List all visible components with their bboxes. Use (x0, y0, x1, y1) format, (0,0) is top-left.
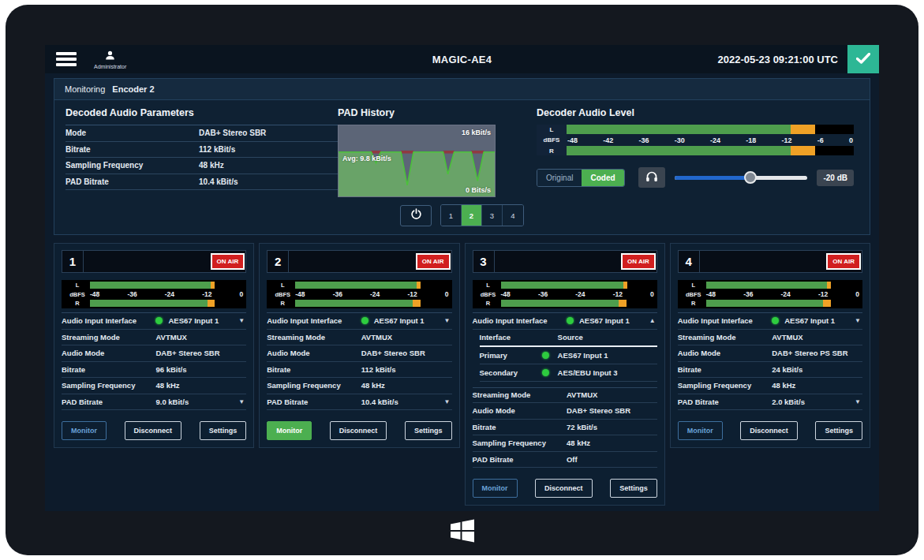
volume-control: -20 dB (638, 167, 854, 188)
monitor-button[interactable]: Monitor (473, 479, 518, 498)
encoder-card-2: 2 ON AIR L dBFS -48-36-24-120 R Audio In… (259, 243, 459, 448)
disconnect-button[interactable]: Disconnect (125, 421, 182, 440)
level-meter: L dBFS -48-36-24-120 R (62, 280, 246, 308)
breadcrumb-section[interactable]: Monitoring (65, 84, 105, 94)
chevron-down-icon: ▼ (444, 317, 452, 324)
on-air-badge: ON AIR (826, 253, 861, 270)
level-meter: L dBFS -48-36-24-120 R (473, 280, 657, 308)
encoder-pagination: 1 2 3 4 (65, 204, 859, 228)
audio-input-dropdown[interactable]: Audio Input Interface AES67 Input 1▼ (267, 313, 451, 330)
settings-button[interactable]: Settings (200, 421, 247, 440)
disconnect-button[interactable]: Disconnect (330, 421, 387, 440)
input-interface-subtable: Interface Source Primary AES67 Input 1 S… (473, 330, 657, 382)
audio-input-dropdown[interactable]: Audio Input Interface AES67 Input 1▲ (473, 313, 657, 330)
on-air-badge: ON AIR (621, 253, 656, 270)
disconnect-button[interactable]: Disconnect (740, 421, 798, 440)
settings-button[interactable]: Settings (610, 479, 657, 498)
param-row: Audio ModeDAB+ Stereo SBR (62, 345, 246, 362)
level-meter: L dBFS -48-36-24-120 R (267, 280, 451, 308)
decoder-audio-level-section: Decoder Audio Level L dBFS (537, 107, 859, 197)
chevron-down-icon: ▼ (444, 398, 452, 405)
section-title: PAD History (338, 107, 537, 118)
headphones-button[interactable] (638, 167, 665, 188)
volume-slider[interactable] (675, 176, 807, 180)
page-button-3[interactable]: 3 (482, 205, 503, 226)
original-toggle-button[interactable]: Original (537, 170, 582, 186)
coded-toggle-button[interactable]: Coded (582, 170, 623, 186)
param-row: Bitrate96 kBit/s (62, 362, 246, 379)
param-row: Streaming ModeAVTMUX (62, 330, 246, 346)
encoder-number: 3 (473, 251, 495, 272)
param-row: Bitrate72 kBit/s (473, 420, 657, 436)
chart-min-label: 0 Bits/s (466, 186, 491, 194)
user-label: Administrator (94, 64, 126, 69)
level-bar-right (567, 146, 854, 155)
param-row: Bitrate112 kBit/s (267, 362, 451, 379)
app-screen: Administrator MAGIC-AE4 2022-05-23 09:21… (45, 45, 879, 511)
card-header: 2 ON AIR (267, 250, 451, 273)
param-row: Sampling Frequency48 kHz (473, 435, 657, 452)
param-row: Sampling Frequency48 kHz (678, 378, 862, 394)
confirm-button[interactable] (847, 45, 879, 73)
on-air-badge: ON AIR (211, 253, 245, 270)
section-title: Decoder Audio Level (537, 107, 859, 118)
volume-level-label: -20 dB (817, 170, 854, 186)
decoder-level-meter: L dBFS -48-42 -36-30 (537, 125, 854, 155)
param-row: Audio ModeDAB+ Stereo PS SBR (678, 345, 862, 362)
pad-bitrate-dropdown[interactable]: PAD Bitrate10.4 kBit/s▼ (267, 394, 451, 411)
encoder-card-4: 4 ON AIR L dBFS -48-36-24-120 R Audio In… (670, 243, 870, 448)
headphones-icon (645, 170, 658, 185)
audio-input-dropdown[interactable]: Audio Input Interface AES67 Input 1▼ (678, 313, 862, 330)
section-title: Decoded Audio Parameters (65, 107, 338, 118)
card-header: 3 ON AIR (473, 250, 657, 273)
encoder-card-1: 1 ON AIR L dBFS -48-36-24-120 R Audio In… (54, 243, 254, 448)
encoder-cards: 1 ON AIR L dBFS -48-36-24-120 R Audio In… (54, 243, 870, 506)
decoded-audio-parameters: Decoded Audio Parameters Mode DAB+ Stere… (65, 107, 338, 197)
power-button[interactable] (400, 205, 432, 226)
monitor-button[interactable]: Monitor (678, 421, 723, 440)
param-row: Sampling Frequency48 kHz (62, 378, 246, 394)
monitor-button[interactable]: Monitor (62, 421, 107, 440)
user-menu[interactable]: Administrator (94, 49, 126, 69)
card-header: 4 ON AIR (678, 250, 862, 273)
pad-bitrate-dropdown[interactable]: PAD Bitrate9.0 kBit/s▼ (62, 394, 246, 411)
chart-avg-label: Avg: 9.8 kBit/s (342, 155, 391, 162)
disconnect-button[interactable]: Disconnect (535, 479, 593, 498)
page-button-4[interactable]: 4 (503, 205, 523, 226)
param-row: Streaming ModeAVTMUX (267, 330, 451, 346)
volume-slider-thumb[interactable] (744, 171, 757, 184)
menu-icon[interactable] (56, 52, 77, 66)
breadcrumb-current: Encoder 2 (112, 84, 154, 94)
chart-max-label: 16 kBit/s (462, 129, 491, 136)
param-row: Streaming ModeAVTMUX (473, 387, 657, 404)
status-dot (542, 369, 549, 376)
status-dot (772, 317, 779, 324)
chevron-up-icon: ▲ (649, 317, 657, 324)
subtable-header: Interface Source (480, 330, 657, 347)
param-row: Sampling Frequency48 kHz (267, 378, 451, 394)
param-row: Bitrate 112 kBit/s (65, 142, 338, 159)
pad-history-section: PAD History 16 kBit/s Avg: 9.8 kBit/s 0 … (338, 107, 537, 197)
timestamp: 2022-05-23 09:21:00 UTC (718, 54, 838, 65)
chevron-down-icon: ▼ (855, 398, 862, 405)
param-row: PAD BitrateOff (473, 452, 657, 469)
settings-button[interactable]: Settings (405, 421, 452, 440)
pad-bitrate-dropdown[interactable]: PAD Bitrate2.0 kBit/s▼ (678, 394, 862, 411)
param-row: Bitrate24 kBit/s (678, 362, 862, 379)
pad-history-chart: 16 kBit/s Avg: 9.8 kBit/s 0 Bits/s (338, 125, 496, 197)
page-button-1[interactable]: 1 (441, 205, 462, 226)
param-row: Sampling Frequency 48 kHz (65, 158, 338, 174)
windows-logo[interactable] (447, 516, 478, 549)
chevron-down-icon: ▼ (238, 317, 246, 324)
chevron-down-icon: ▼ (238, 398, 246, 405)
monitor-button[interactable]: Monitor (267, 421, 312, 440)
page-button-2[interactable]: 2 (462, 205, 482, 226)
source-toggle: Original Coded (537, 169, 625, 187)
encoder-number: 2 (267, 251, 289, 272)
settings-button[interactable]: Settings (815, 421, 862, 440)
audio-input-dropdown[interactable]: Audio Input Interface AES67 Input 1▼ (62, 313, 246, 330)
status-dot (567, 317, 574, 324)
on-air-badge: ON AIR (416, 253, 451, 270)
subtable-row: Primary AES67 Input 1 (480, 347, 657, 364)
check-icon (856, 53, 870, 66)
